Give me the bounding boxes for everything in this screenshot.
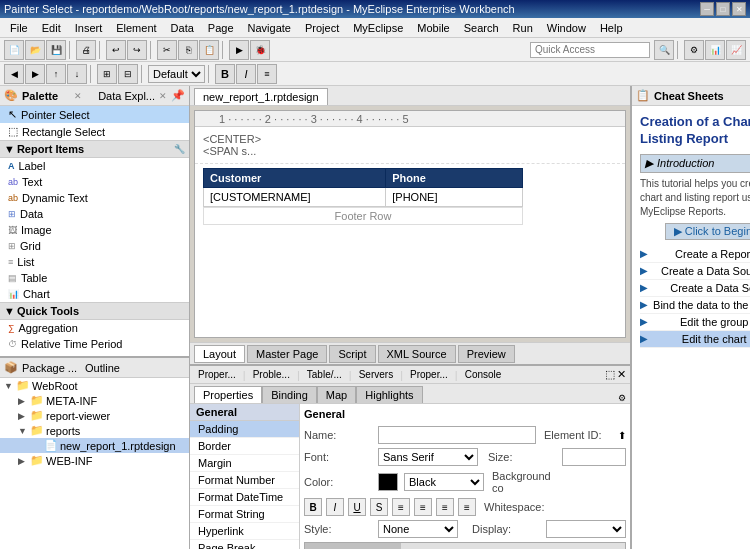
report-items-section[interactable]: ▼ Report Items 🔧 xyxy=(0,140,189,158)
color-select[interactable]: Black xyxy=(404,473,484,491)
props-header-tab-1[interactable]: Proper... xyxy=(194,368,240,381)
cell-customername[interactable]: [CUSTOMERNAME] xyxy=(204,188,386,207)
format-string-item[interactable]: Format String xyxy=(190,506,299,523)
tree-reports[interactable]: ▼ 📁 reports xyxy=(0,423,189,438)
display-select[interactable] xyxy=(546,520,626,538)
intro-section-header[interactable]: ▶ Introduction xyxy=(640,154,750,173)
dynamic-text-item[interactable]: ab Dynamic Text xyxy=(0,190,189,206)
props-header-tab-3[interactable]: Table/... xyxy=(303,368,346,381)
menu-mobile[interactable]: Mobile xyxy=(411,20,455,36)
print-button[interactable]: 🖨 xyxy=(76,40,96,60)
step-bind-data[interactable]: ▶ Bind the data to the table ? xyxy=(640,297,750,314)
tree-webinf[interactable]: ▶ 📁 WEB-INF xyxy=(0,453,189,468)
open-button[interactable]: 📂 xyxy=(25,40,45,60)
menu-help[interactable]: Help xyxy=(594,20,629,36)
step-edit-chart[interactable]: ▶ Edit the chart ? xyxy=(640,331,750,348)
pointer-select-item[interactable]: ↖ Pointer Select xyxy=(0,106,189,123)
tree-reportviewer[interactable]: ▶ 📁 report-viewer xyxy=(0,408,189,423)
new-button[interactable]: 📄 xyxy=(4,40,24,60)
tb2-btn1[interactable]: ◀ xyxy=(4,64,24,84)
label-item[interactable]: A Label xyxy=(0,158,189,174)
tree-webroot[interactable]: ▼ 📁 WebRoot xyxy=(0,378,189,393)
copy-button[interactable]: ⎘ xyxy=(178,40,198,60)
toolbar-extra-3[interactable]: 📈 xyxy=(726,40,746,60)
props-scroll-btn[interactable]: ⬆ xyxy=(618,430,626,441)
style-select[interactable]: None xyxy=(378,520,458,538)
font-dropdown[interactable]: Default xyxy=(148,65,205,83)
margin-item[interactable]: Margin xyxy=(190,455,299,472)
window-controls[interactable]: ─ □ ✕ xyxy=(700,2,746,16)
tb2-btn6[interactable]: ⊟ xyxy=(118,64,138,84)
cell-phone[interactable]: [PHONE] xyxy=(386,188,523,207)
tb2-btn5[interactable]: ⊞ xyxy=(97,64,117,84)
menu-search[interactable]: Search xyxy=(458,20,505,36)
grid-item[interactable]: ⊞ Grid xyxy=(0,238,189,254)
menu-insert[interactable]: Insert xyxy=(69,20,109,36)
menu-edit[interactable]: Edit xyxy=(36,20,67,36)
italic-format-btn[interactable]: I xyxy=(326,498,344,516)
font-select[interactable]: Sans Serif xyxy=(378,448,478,466)
cut-button[interactable]: ✂ xyxy=(157,40,177,60)
menu-run[interactable]: Run xyxy=(507,20,539,36)
step-create-dataset[interactable]: ▶ Create a Data Set ? xyxy=(640,280,750,297)
props-header-tab-2[interactable]: Proble... xyxy=(249,368,294,381)
editor-tab-main[interactable]: new_report_1.rptdesign xyxy=(194,88,328,105)
props-header-tab-6[interactable]: Console xyxy=(461,368,506,381)
text-item[interactable]: ab Text xyxy=(0,174,189,190)
hyperlink-item[interactable]: Hyperlink xyxy=(190,523,299,540)
props-close-btn[interactable]: ✕ xyxy=(617,368,626,381)
quick-tools-section[interactable]: ▼ Quick Tools xyxy=(0,302,189,320)
tab-map[interactable]: Map xyxy=(317,386,356,403)
menu-navigate[interactable]: Navigate xyxy=(242,20,297,36)
maximize-button[interactable]: □ xyxy=(716,2,730,16)
props-scrollbar-h[interactable] xyxy=(304,542,626,549)
tb2-italic[interactable]: I xyxy=(236,64,256,84)
data-explorer-title[interactable]: Data Expl... xyxy=(98,90,155,102)
underline-format-btn[interactable]: U xyxy=(348,498,366,516)
align-justify-btn[interactable]: ≡ xyxy=(458,498,476,516)
preview-tab[interactable]: Preview xyxy=(458,345,515,363)
tab-highlights[interactable]: Highlights xyxy=(356,386,422,403)
close-button[interactable]: ✕ xyxy=(732,2,746,16)
xmlsource-tab[interactable]: XML Source xyxy=(378,345,456,363)
tree-metainf[interactable]: ▶ 📁 META-INF xyxy=(0,393,189,408)
layout-tab[interactable]: Layout xyxy=(194,345,245,363)
script-tab[interactable]: Script xyxy=(329,345,375,363)
name-input[interactable] xyxy=(378,426,536,444)
data-item[interactable]: ⊞ Data xyxy=(0,206,189,222)
menu-project[interactable]: Project xyxy=(299,20,345,36)
paste-button[interactable]: 📋 xyxy=(199,40,219,60)
align-left-btn[interactable]: ≡ xyxy=(392,498,410,516)
undo-button[interactable]: ↩ xyxy=(106,40,126,60)
padding-item[interactable]: Padding xyxy=(190,421,299,438)
outline-title[interactable]: Outline xyxy=(85,362,120,374)
table-item[interactable]: ▤ Table xyxy=(0,270,189,286)
tree-rptdesign[interactable]: 📄 new_report_1.rptdesign xyxy=(0,438,189,453)
run-button[interactable]: ▶ xyxy=(229,40,249,60)
masterpage-tab[interactable]: Master Page xyxy=(247,345,327,363)
bold-format-btn[interactable]: B xyxy=(304,498,322,516)
tb2-btn2[interactable]: ▶ xyxy=(25,64,45,84)
menu-file[interactable]: File xyxy=(4,20,34,36)
strikethrough-btn[interactable]: S xyxy=(370,498,388,516)
click-to-begin-btn[interactable]: ▶ Click to Begin xyxy=(665,223,750,240)
tb2-bold[interactable]: B xyxy=(215,64,235,84)
size-input[interactable] xyxy=(562,448,626,466)
props-header-tab-5[interactable]: Proper... xyxy=(406,368,452,381)
menu-myeclipse[interactable]: MyEclipse xyxy=(347,20,409,36)
aggregation-item[interactable]: ∑ Aggregation xyxy=(0,320,189,336)
quick-access-input[interactable] xyxy=(530,42,650,58)
props-header-tab-4[interactable]: Servers xyxy=(355,368,397,381)
menu-window[interactable]: Window xyxy=(541,20,592,36)
tb2-align[interactable]: ≡ xyxy=(257,64,277,84)
save-button[interactable]: 💾 xyxy=(46,40,66,60)
tab-properties[interactable]: Properties xyxy=(194,386,262,403)
page-break-item[interactable]: Page Break xyxy=(190,540,299,549)
package-title[interactable]: Package ... xyxy=(22,362,77,374)
image-item[interactable]: 🖼 Image xyxy=(0,222,189,238)
menu-data[interactable]: Data xyxy=(165,20,200,36)
list-item-palette[interactable]: ≡ List xyxy=(0,254,189,270)
rectangle-select-item[interactable]: ⬚ Rectangle Select xyxy=(0,123,189,140)
menu-page[interactable]: Page xyxy=(202,20,240,36)
debug-button[interactable]: 🐞 xyxy=(250,40,270,60)
